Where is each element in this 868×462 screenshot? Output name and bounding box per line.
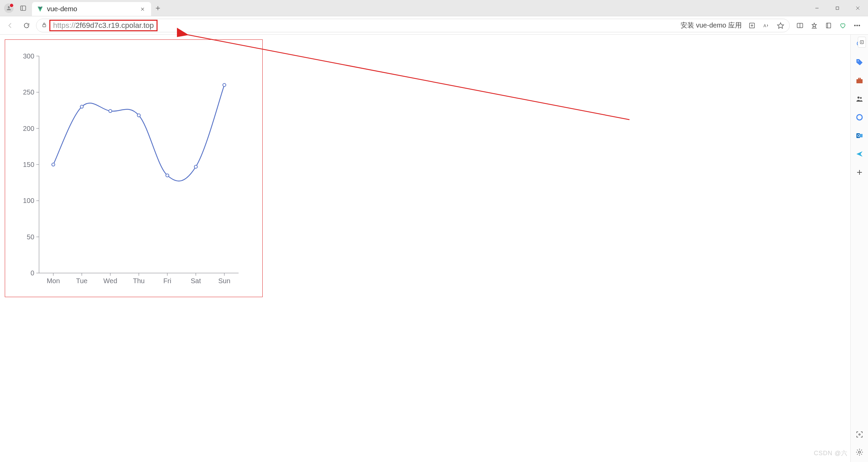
people-icon[interactable]	[854, 94, 865, 104]
send-icon[interactable]	[854, 149, 865, 159]
svg-rect-8	[836, 7, 839, 10]
svg-point-57	[80, 105, 83, 108]
svg-rect-11	[43, 24, 46, 27]
svg-text:Sun: Sun	[218, 277, 230, 285]
svg-text:50: 50	[27, 233, 34, 241]
svg-text:100: 100	[23, 197, 34, 204]
profile-icon[interactable]	[4, 3, 14, 13]
svg-text:Mon: Mon	[47, 277, 60, 285]
svg-rect-68	[856, 79, 863, 83]
page-viewport: 050100150200250300MonTueWedThuFriSatSun	[0, 35, 850, 462]
svg-point-71	[860, 97, 862, 99]
svg-rect-80	[860, 40, 863, 44]
pwa-install-text[interactable]: 安装 vue-demo 应用	[681, 21, 742, 30]
svg-point-56	[52, 163, 55, 166]
minimize-button[interactable]	[807, 0, 827, 16]
svg-text:250: 250	[23, 88, 34, 96]
vue-favicon-icon	[37, 6, 44, 13]
svg-point-60	[166, 174, 169, 177]
briefcase-icon[interactable]	[854, 75, 865, 86]
svg-rect-21	[826, 23, 831, 28]
svg-text:O: O	[857, 134, 860, 138]
svg-rect-75	[860, 134, 863, 137]
back-button[interactable]	[3, 19, 17, 32]
address-bar[interactable]: https://2f69d7c3.r19.cpolar.top 安装 vue-d…	[36, 19, 790, 32]
svg-point-78	[859, 434, 860, 435]
toolbar-icons	[792, 21, 865, 30]
svg-point-23	[854, 25, 855, 26]
tab-actions-icon[interactable]	[18, 3, 28, 13]
url-host: 2f69d7c3.r19.cpolar.top	[76, 21, 154, 30]
watermark: CSDN @六	[814, 449, 848, 457]
tab-title: vue-demo	[47, 5, 135, 13]
svg-text:150: 150	[23, 161, 34, 168]
maximize-button[interactable]	[827, 0, 848, 16]
sidebar-collapse-button[interactable]	[858, 37, 866, 48]
svg-rect-69	[858, 78, 861, 79]
split-screen-icon[interactable]	[796, 21, 804, 30]
titlebar: vue-demo	[0, 0, 868, 16]
svg-point-70	[857, 97, 859, 99]
titlebar-left	[0, 0, 32, 16]
svg-point-24	[857, 25, 858, 26]
favorites-bar-icon[interactable]	[810, 21, 818, 30]
svg-point-62	[223, 83, 226, 86]
favorite-icon[interactable]	[776, 21, 785, 30]
svg-text:Thu: Thu	[133, 277, 145, 285]
svg-point-25	[859, 25, 860, 26]
svg-point-58	[109, 109, 112, 113]
screenshot-icon[interactable]	[854, 429, 865, 440]
svg-point-61	[194, 165, 197, 168]
browser-essentials-icon[interactable]	[839, 21, 847, 30]
refresh-button[interactable]	[20, 19, 33, 32]
new-tab-button[interactable]	[151, 0, 165, 16]
collections-icon[interactable]	[824, 21, 833, 30]
svg-text:200: 200	[23, 125, 34, 132]
svg-text:Sat: Sat	[191, 277, 201, 285]
svg-text:Fri: Fri	[163, 277, 171, 285]
chart-container: 050100150200250300MonTueWedThuFriSatSun	[5, 39, 263, 297]
address-bar-right: 安装 vue-demo 应用 A	[681, 21, 785, 30]
close-window-button[interactable]	[848, 0, 868, 16]
svg-point-67	[857, 61, 858, 62]
more-menu-icon[interactable]	[853, 21, 861, 30]
svg-text:A: A	[764, 23, 766, 28]
read-aloud-icon[interactable]: A	[762, 21, 770, 30]
outlook-icon[interactable]: O	[854, 131, 865, 141]
svg-text:Tue: Tue	[76, 277, 88, 285]
svg-point-72	[857, 115, 862, 120]
add-sidebar-icon[interactable]	[854, 167, 865, 177]
svg-rect-1	[21, 6, 26, 10]
svg-text:300: 300	[23, 52, 34, 60]
lock-icon[interactable]	[41, 21, 47, 30]
svg-text:Wed: Wed	[103, 277, 117, 285]
toolbar: https://2f69d7c3.r19.cpolar.top 安装 vue-d…	[0, 16, 868, 35]
svg-marker-19	[812, 23, 817, 27]
tag-icon[interactable]	[854, 57, 865, 67]
svg-point-59	[137, 114, 140, 117]
url-scheme: https://	[53, 21, 76, 30]
svg-text:0: 0	[31, 269, 34, 277]
close-tab-button[interactable]	[139, 5, 146, 13]
url-highlight-box: https://2f69d7c3.r19.cpolar.top	[49, 20, 158, 31]
svg-marker-16	[777, 22, 784, 28]
svg-point-79	[858, 451, 861, 453]
line-chart[interactable]: 050100150200250300MonTueWedThuFriSatSun	[5, 40, 262, 297]
settings-icon[interactable]	[854, 447, 865, 457]
pwa-install-icon[interactable]	[748, 21, 756, 30]
svg-point-0	[8, 6, 10, 8]
right-sidebar: O	[850, 35, 868, 462]
window-controls	[807, 0, 868, 16]
browser-tab[interactable]: vue-demo	[32, 2, 151, 16]
circle-icon[interactable]	[854, 112, 865, 122]
